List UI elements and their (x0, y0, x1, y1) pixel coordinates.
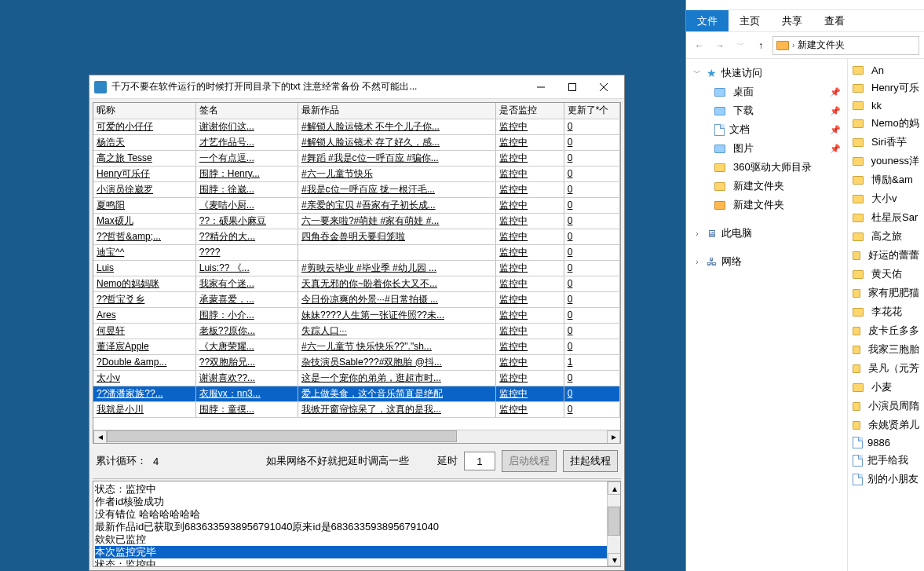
table-cell[interactable]: 《麦咭小厨... (195, 197, 298, 213)
table-cell[interactable]: #解锁人脸运镜术 存了好久，感... (298, 134, 495, 150)
table-row[interactable]: LuisLuis:?? 《...#剪映云毕业 #毕业季 #幼儿园 ...监控中0 (93, 260, 620, 276)
table-row[interactable]: 小演员徐崴罗围脖：徐崴...#我是c位一呼百应 拢一根汗毛...监控中0 (93, 181, 620, 197)
table-cell[interactable]: Ares (93, 307, 195, 323)
log-line[interactable]: 作者id核验成功 (95, 496, 619, 508)
table-cell[interactable]: 四角吞金兽明天要归笼啦 (298, 229, 495, 244)
tab-view[interactable]: 查看 (813, 10, 856, 31)
file-item[interactable]: 小麦 (849, 378, 922, 397)
table-cell[interactable]: 一个有点逗... (195, 150, 298, 166)
table-cell[interactable]: 高之旅 Tesse (93, 150, 195, 166)
table-cell[interactable]: #剪映云毕业 #毕业季 #幼儿园 ... (298, 260, 495, 276)
file-item[interactable]: kk (849, 97, 922, 114)
quick-access-item[interactable]: 360驱动大师目录 (686, 158, 847, 177)
table-cell[interactable]: #舞蹈 #我是c位一呼百应 #骗你... (298, 150, 495, 166)
log-line[interactable]: 欸欸已监控 (95, 533, 619, 546)
tab-file[interactable]: 文件 (686, 10, 729, 31)
table-cell[interactable]: 我家有个迷... (195, 276, 298, 291)
file-item[interactable]: 9886 (849, 434, 922, 451)
table-row[interactable]: Henry可乐仔围脖：Henry...#六一儿童节快乐监控中0 (93, 166, 620, 181)
file-item[interactable]: 把手给我 (849, 451, 922, 470)
table-cell[interactable]: 围脖：童摸... (195, 401, 298, 417)
table-cell[interactable]: 这是一个宠你的弟弟，逛超市时... (298, 370, 495, 386)
quick-access-item[interactable]: 图片📌 (686, 139, 847, 158)
chevron-down-icon[interactable]: ﹀ (692, 68, 702, 79)
table-cell[interactable]: 杂技演员Sable???#双胞胎 @抖... (298, 354, 495, 370)
file-item[interactable]: 别的小朋友 (849, 470, 922, 489)
table-cell[interactable]: 监控中 (496, 229, 564, 244)
table-cell[interactable]: 监控中 (496, 307, 564, 323)
table-cell[interactable]: ???? (195, 244, 298, 260)
table-row[interactable]: 我就是小川围脖：童摸...我掀开窗帘惊呆了，这真的是我...监控中0 (93, 401, 620, 417)
file-item[interactable]: An (849, 62, 922, 79)
table-cell[interactable]: 妹妹????人生第一张证件照??未... (298, 307, 495, 323)
file-list-pane[interactable]: AnHenry可乐kkNemo的妈Siri香芋youness洋博励&am大小v杜… (848, 59, 924, 571)
table-cell[interactable]: 监控中 (496, 119, 564, 134)
table-cell[interactable]: 迪宝^^ (93, 244, 195, 260)
table-row[interactable]: ?Double &amp...??双胞胎兄...杂技演员Sable???#双胞胎… (93, 354, 620, 370)
table-row[interactable]: ??哲宝爻乡承蒙喜爱，...今日份凉爽的外景···#日常拍摄 ...监控中0 (93, 291, 620, 307)
table-row[interactable]: ??哲哲&amp;...??精分的大...四角吞金兽明天要归笼啦监控中0 (93, 229, 620, 244)
table-cell[interactable]: 0 (564, 119, 619, 134)
table-cell[interactable]: ??精分的大... (195, 229, 298, 244)
file-item[interactable]: 我家三胞胎 (849, 340, 922, 359)
table-cell[interactable]: Henry可乐仔 (93, 166, 195, 181)
table-cell[interactable]: 0 (564, 323, 619, 339)
table-cell[interactable]: 监控中 (496, 181, 564, 197)
table-cell[interactable]: 监控中 (496, 339, 564, 354)
table-cell[interactable]: 0 (564, 370, 619, 386)
table-cell[interactable]: ??：硕果小麻豆 (195, 213, 298, 229)
table-cell[interactable]: 0 (564, 339, 619, 354)
table-cell[interactable]: 天真无邪的你~盼着你长大又不... (298, 276, 495, 291)
log-line[interactable]: 状态：监控中 (95, 483, 619, 496)
scroll-right-icon[interactable]: ▸ (607, 430, 620, 444)
scroll-up-icon[interactable]: ▴ (608, 481, 621, 495)
table-cell[interactable]: 0 (564, 181, 619, 197)
this-pc-node[interactable]: › 🖥 此电脑 (686, 224, 847, 243)
table-cell[interactable]: ??潘潘家族??... (93, 386, 195, 401)
maximize-button[interactable] (557, 76, 588, 98)
table-row[interactable]: ??潘潘家族??...衣服vx：nn3...爱上做美食，这个音乐简直是绝配监控中… (93, 386, 620, 401)
table-row[interactable]: 夏鸣阳《麦咭小厨...#亲爱的宝贝 #吾家有子初长成...监控中0 (93, 197, 620, 213)
column-header[interactable]: 最新作品 (298, 103, 495, 119)
scroll-left-icon[interactable]: ◂ (93, 430, 107, 444)
nav-up-button[interactable]: ↑ (752, 37, 769, 54)
file-item[interactable]: 黄天佑 (849, 265, 922, 284)
table-cell[interactable]: 可爱的小仔仔 (93, 119, 195, 134)
chevron-right-icon[interactable]: › (692, 258, 702, 266)
navigation-pane[interactable]: ﹀ ★ 快速访问 桌面📌下载📌文档📌图片📌360驱动大师目录新建文件夹新建文件夹… (686, 59, 848, 571)
file-item[interactable]: 博励&am (849, 170, 922, 189)
table-cell[interactable]: 杨浩天 (93, 134, 195, 150)
table-cell[interactable]: ??哲哲&amp;... (93, 229, 195, 244)
table-cell[interactable]: 监控中 (496, 401, 564, 417)
minimize-button[interactable] (525, 76, 557, 98)
table-cell[interactable]: 1 (564, 354, 619, 370)
table-cell[interactable]: 0 (564, 134, 619, 150)
table-cell[interactable]: 0 (564, 260, 619, 276)
table-cell[interactable]: 承蒙喜爱，... (195, 291, 298, 307)
close-button[interactable] (588, 76, 619, 98)
table-cell[interactable]: 监控中 (496, 276, 564, 291)
table-cell[interactable]: 0 (564, 197, 619, 213)
table-cell[interactable]: #六一儿童节 快乐快乐??"."sh... (298, 339, 495, 354)
tab-share[interactable]: 共享 (771, 10, 813, 31)
table-cell[interactable]: 围脖：徐崴... (195, 181, 298, 197)
quick-access-node[interactable]: ﹀ ★ 快速访问 (686, 64, 847, 82)
nav-forward-button[interactable]: → (711, 37, 729, 54)
delay-input[interactable] (464, 452, 495, 470)
chevron-right-icon[interactable]: › (692, 229, 702, 238)
table-row[interactable]: Ares围脖：小介...妹妹????人生第一张证件照??未...监控中0 (93, 307, 620, 323)
quick-access-item[interactable]: 新建文件夹 (686, 196, 847, 214)
column-header[interactable]: 签名 (195, 103, 298, 119)
table-cell[interactable]: Luis (93, 260, 195, 276)
table-cell[interactable]: 谢谢你们这... (195, 119, 298, 134)
network-node[interactable]: › 🖧 网络 (686, 252, 847, 271)
nav-back-button[interactable]: ← (691, 37, 708, 54)
table-cell[interactable]: #解锁人脸运镜术 不牛个儿子你... (298, 119, 495, 134)
log-line[interactable]: 本次监控完毕 (95, 546, 619, 558)
suspend-thread-button[interactable]: 挂起线程 (563, 450, 618, 472)
table-cell[interactable]: 监控中 (496, 213, 564, 229)
table-cell[interactable]: 0 (564, 386, 619, 401)
table-row[interactable]: 高之旅 Tesse一个有点逗...#舞蹈 #我是c位一呼百应 #骗你...监控中… (93, 150, 620, 166)
table-cell[interactable]: 监控中 (496, 370, 564, 386)
table-cell[interactable]: 失踪人口··· (298, 323, 495, 339)
